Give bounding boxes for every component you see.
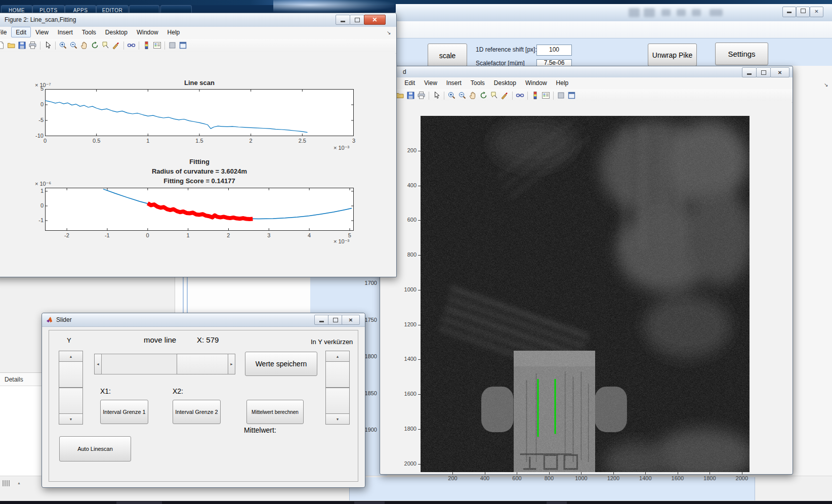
minimize-button[interactable] <box>314 315 329 325</box>
ref-shift-input[interactable]: 100 <box>536 45 572 56</box>
zoom-in-icon[interactable] <box>447 91 456 100</box>
legend-icon[interactable] <box>542 91 550 100</box>
menu-item-view[interactable]: View <box>420 77 442 88</box>
menu-item-help[interactable]: Help <box>163 27 185 37</box>
zoom-out-icon[interactable] <box>69 41 78 50</box>
pan-icon[interactable] <box>469 91 477 100</box>
y-slider-track[interactable] <box>59 388 83 414</box>
figure2-titlebar[interactable]: Figure 2: Line_scan,Fitting ✕ <box>0 13 396 27</box>
unwrap-pike-button[interactable]: Unwrap Pike <box>648 44 697 66</box>
slider-titlebar[interactable]: Slider ✕ <box>42 313 365 327</box>
pan-icon[interactable] <box>80 41 89 50</box>
y-slider-down-button[interactable]: ▼ <box>59 413 83 425</box>
minimize-button[interactable] <box>336 15 350 25</box>
menu-item-tools[interactable]: Tools <box>466 77 489 88</box>
save-icon[interactable] <box>406 91 415 100</box>
close-button[interactable]: ✕ <box>364 15 386 25</box>
in-y-slider-track[interactable] <box>325 388 350 414</box>
rotate-icon[interactable] <box>479 91 488 100</box>
y-slider-thumb[interactable] <box>59 361 83 388</box>
mittelwert-berechnen-button[interactable]: Mittelwert berechnen <box>246 400 304 424</box>
image-figure-menubar: FileEditViewInsertToolsDesktopWindowHelp <box>380 77 793 90</box>
maximize-figure-icon[interactable] <box>179 41 187 50</box>
phase-image[interactable] <box>421 116 750 472</box>
maximize-figure-icon[interactable] <box>567 91 576 100</box>
menu-item-window[interactable]: Window <box>132 27 163 37</box>
menu-item-window[interactable]: Window <box>521 77 552 88</box>
fitting-score-annotation: Fitting Score = 0.14177 <box>93 177 306 185</box>
image-x-tick: 2000 <box>736 475 748 481</box>
brush-icon[interactable] <box>501 91 509 100</box>
print-icon[interactable] <box>28 41 37 50</box>
restore-button[interactable] <box>756 67 771 77</box>
auto-linescan-button[interactable]: Auto Linescan <box>59 436 131 461</box>
menu-item-help[interactable]: Help <box>552 77 573 88</box>
image-x-tick: 400 <box>480 475 489 481</box>
restore-button[interactable] <box>328 315 343 325</box>
colorbar-icon[interactable] <box>142 41 151 50</box>
legend-icon[interactable] <box>153 41 161 50</box>
werte-speichern-button[interactable]: Werte speichern <box>245 352 317 376</box>
data-cursor-icon[interactable] <box>490 91 498 100</box>
minimize-button[interactable] <box>742 67 757 77</box>
settings-button[interactable]: Settings <box>715 43 768 65</box>
brush-icon[interactable] <box>112 41 120 50</box>
link-plots-icon[interactable] <box>127 41 136 50</box>
minimize-button[interactable] <box>782 7 796 17</box>
right-margin <box>792 66 832 476</box>
fitting-plot[interactable] <box>45 188 354 231</box>
print-icon[interactable] <box>417 91 426 100</box>
scale-button[interactable]: scale <box>428 44 467 67</box>
grip-arrow-icon[interactable]: ▲ <box>17 481 21 485</box>
restore-button[interactable] <box>796 7 810 17</box>
image-figure-titlebar[interactable]: d ✕ <box>380 66 793 78</box>
close-button[interactable]: ✕ <box>770 67 789 77</box>
image-y-tick: 2000 <box>398 460 417 467</box>
dock-figure-icon[interactable] <box>168 41 177 50</box>
line-scan-y-tick: -10 <box>25 133 44 139</box>
move-line-right-button[interactable]: ► <box>228 354 235 374</box>
menu-item-view[interactable]: View <box>31 27 53 37</box>
menu-item-edit[interactable]: Edit <box>11 27 31 37</box>
menu-item-desktop[interactable]: Desktop <box>489 77 521 88</box>
restore-button[interactable] <box>350 15 364 25</box>
y-slider-up-button[interactable]: ▲ <box>59 351 83 362</box>
menu-item-desktop[interactable]: Desktop <box>101 27 132 37</box>
move-line-thumb[interactable] <box>177 354 228 374</box>
zoom-out-icon[interactable] <box>458 91 467 100</box>
close-button[interactable]: ✕ <box>342 315 360 325</box>
tickmark <box>418 151 421 151</box>
dock-arrow-icon[interactable]: ↘ <box>387 30 391 35</box>
in-y-slider-thumb[interactable] <box>325 361 350 388</box>
line-scan-plot[interactable] <box>45 89 354 136</box>
close-button[interactable]: ✕ <box>810 7 823 17</box>
rotate-icon[interactable] <box>91 41 99 50</box>
cursor-icon[interactable] <box>44 41 52 50</box>
in-y-slider-up-button[interactable]: ▲ <box>325 351 350 362</box>
new-file-icon[interactable] <box>0 41 5 50</box>
colorbar-icon[interactable] <box>531 91 539 100</box>
open-folder-icon[interactable] <box>7 41 16 50</box>
open-folder-icon[interactable] <box>396 91 404 100</box>
tickmark <box>613 472 614 475</box>
menu-item-tools[interactable]: Tools <box>77 27 101 37</box>
data-cursor-icon[interactable] <box>101 41 110 50</box>
image-x-tick: 600 <box>512 475 521 481</box>
move-line-left-button[interactable]: ◄ <box>94 354 102 374</box>
zoom-in-icon[interactable] <box>59 41 67 50</box>
menu-item-file[interactable]: File <box>0 27 11 37</box>
save-icon[interactable] <box>18 41 26 50</box>
menu-item-edit[interactable]: Edit <box>400 77 420 88</box>
tickmark <box>678 472 678 475</box>
dock-figure-icon[interactable] <box>557 91 565 100</box>
dock-arrow-icon[interactable]: ↘ <box>824 82 828 88</box>
move-line-track[interactable] <box>101 354 177 374</box>
link-plots-icon[interactable] <box>516 91 524 100</box>
interval-grenze-1-button[interactable]: Interval Grenze 1 <box>100 400 148 424</box>
menu-item-insert[interactable]: Insert <box>442 77 466 88</box>
interval-grenze-2-button[interactable]: Interval Grenze 2 <box>173 400 221 424</box>
line-scan-x-tick: 2.5 <box>299 138 306 144</box>
in-y-slider-down-button[interactable]: ▼ <box>325 413 350 425</box>
menu-item-insert[interactable]: Insert <box>53 27 77 37</box>
cursor-icon[interactable] <box>432 91 441 100</box>
